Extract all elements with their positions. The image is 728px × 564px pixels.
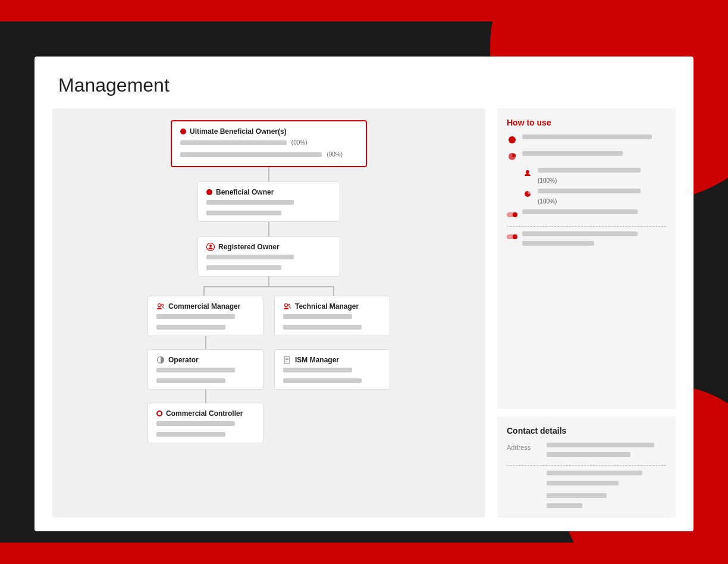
- htu-toggle-icon-1: [507, 209, 517, 220]
- node-cc[interactable]: Commercial Controller: [148, 403, 263, 443]
- cm-bar2: [156, 325, 225, 330]
- ism-bar1: [283, 368, 352, 372]
- level-ro: Registered Owner: [64, 236, 473, 277]
- contact-bar-5: [547, 493, 607, 498]
- cc-bar1: [156, 421, 235, 426]
- node-cm-title: Commercial Manager: [156, 302, 255, 311]
- htu-pct-1: (100%): [538, 177, 666, 184]
- node-ism[interactable]: ISM Manager: [274, 349, 390, 390]
- op-bar2: [156, 378, 225, 383]
- htu-indent-bar-1a: [538, 168, 641, 173]
- htu-toggle-svg-2: [507, 233, 517, 241]
- node-ro[interactable]: Registered Owner: [197, 236, 340, 277]
- htu-icon-1: [507, 134, 517, 145]
- node-ism-title: ISM Manager: [283, 356, 381, 364]
- org-chart-area: Ultimate Beneficial Owner(s) (00%) (00%): [52, 108, 485, 518]
- htu-bars-3: [522, 209, 666, 214]
- htu-dot-icon-2: [508, 152, 516, 161]
- htu-dot-icon-1: [508, 136, 516, 144]
- svg-point-14: [526, 170, 529, 174]
- node-cm[interactable]: Commercial Manager: [148, 296, 263, 336]
- operator-icon: [156, 356, 165, 364]
- right-panels: How to use: [497, 108, 676, 518]
- contact-extra-bars: [507, 471, 666, 488]
- node-bo[interactable]: Beneficial Owner: [197, 181, 340, 222]
- svg-point-13: [512, 153, 516, 157]
- person-group-icon-cm: [156, 302, 165, 311]
- htu-bar-4b: [522, 241, 594, 246]
- cc-bar2: [156, 432, 225, 437]
- tm-bar2: [283, 325, 362, 330]
- node-op-bars: [156, 368, 255, 383]
- svg-point-11: [509, 136, 516, 143]
- node-op[interactable]: Operator: [148, 349, 263, 390]
- card-content: Ultimate Beneficial Owner(s) (00%) (00%): [34, 108, 694, 529]
- ro-bar1: [206, 255, 294, 259]
- contact-address-bars: [547, 443, 666, 459]
- svg-point-18: [513, 212, 517, 217]
- op-bar1: [156, 368, 235, 372]
- node-cc-title: Commercial Controller: [156, 409, 255, 418]
- level-bo: Beneficial Owner: [64, 181, 473, 222]
- htu-entry-4: [507, 231, 666, 246]
- level-ubo: Ultimate Beneficial Owner(s) (00%) (00%): [64, 120, 473, 167]
- htu-bars-2: [522, 151, 666, 156]
- page-title: Management: [34, 57, 694, 108]
- node-bo-bars: [206, 200, 331, 215]
- htu-dot-small-svg: [523, 190, 532, 198]
- htu-bars-1: [522, 134, 666, 139]
- ro-bar2: [206, 265, 281, 270]
- htu-bar-3: [522, 209, 638, 214]
- htu-entry-2: [507, 151, 666, 162]
- contact-address-label: Address: [507, 443, 539, 459]
- htu-bar-4a: [522, 231, 638, 236]
- person-group-icon-tm: [283, 302, 291, 311]
- svg-point-20: [513, 234, 517, 239]
- node-bo-title: Beneficial Owner: [206, 188, 331, 196]
- node-ubo[interactable]: Ultimate Beneficial Owner(s) (00%) (00%): [171, 120, 367, 167]
- htu-icon-2: [507, 151, 517, 162]
- contact-bar-3: [547, 471, 642, 475]
- node-ro-bars: [206, 255, 331, 270]
- node-ubo-bars: (00%) (00%): [180, 139, 357, 160]
- connector-op-cc: [205, 390, 206, 403]
- connector-ubo-bo: [268, 167, 269, 181]
- main-card: Management Ultimate Beneficial Owner(s): [34, 57, 694, 531]
- cm-bar1: [156, 314, 235, 319]
- contact-bar-1: [547, 443, 654, 447]
- svg-point-2: [158, 304, 161, 307]
- ubo-bar1: [180, 140, 287, 145]
- htu-indent-bars-2: (100%): [538, 189, 666, 205]
- dot-outline-icon-cc: [156, 411, 162, 416]
- tm-bar1: [283, 314, 352, 319]
- contact-divider: [507, 465, 666, 466]
- htu-indent-2: (100%): [522, 189, 666, 205]
- ism-bar2: [283, 378, 362, 383]
- node-cm-bars: [156, 314, 255, 330]
- htu-person-icon-1: [522, 168, 533, 178]
- how-to-use-panel: How to use: [497, 108, 676, 409]
- htu-entry-1: [507, 134, 666, 145]
- ubo-bar1-row: (00%): [180, 139, 357, 146]
- dot-icon-bo: [206, 189, 212, 195]
- htu-toggle-svg-1: [507, 211, 517, 219]
- node-col-cm: Commercial Manager: [148, 296, 263, 443]
- h-line-branch: [203, 286, 334, 287]
- bo-bar2: [206, 211, 281, 215]
- svg-point-6: [288, 304, 290, 306]
- svg-point-3: [161, 304, 164, 306]
- svg-point-5: [285, 304, 288, 307]
- htu-bar-2: [522, 151, 623, 156]
- htu-entry-3: [507, 209, 666, 220]
- tree-container: Ultimate Beneficial Owner(s) (00%) (00%): [64, 120, 473, 443]
- node-ism-bars: [283, 368, 381, 383]
- htu-bars-4: [522, 231, 666, 246]
- v-drop-right: [333, 286, 334, 296]
- node-op-title: Operator: [156, 356, 255, 364]
- bo-bar1: [206, 200, 294, 205]
- node-tm-title: Technical Manager: [283, 302, 381, 311]
- node-tm[interactable]: Technical Manager: [274, 296, 390, 336]
- svg-point-16: [528, 190, 531, 194]
- htu-toggle-icon-2: [507, 231, 517, 242]
- node-col-tm: Technical Manager: [274, 296, 390, 390]
